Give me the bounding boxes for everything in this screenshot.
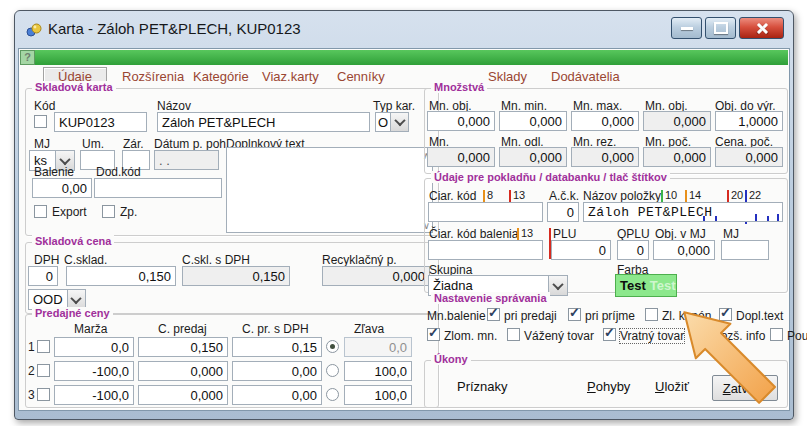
sdph-header: C. pr. s DPH (242, 322, 309, 336)
group-pokladna: Údaje pre pokladňu / databanku / tlač št… (424, 178, 788, 293)
balenie-input[interactable]: 0,00 (32, 178, 92, 198)
kod-checkbox[interactable] (34, 115, 47, 128)
csklad-input[interactable]: 0,150 (66, 266, 176, 286)
export-checkbox[interactable] (34, 205, 47, 218)
chevron-down-icon[interactable] (548, 276, 567, 295)
group-title: Údaje pre pokladňu / databanku / tlač št… (431, 171, 670, 183)
plu-label: PLU (553, 227, 576, 241)
ack-label: A.č.k. (549, 189, 579, 203)
marza-input[interactable]: -100,0 (54, 385, 134, 405)
objmj-label: Obj. v MJ (655, 227, 706, 241)
sdph-input[interactable]: 0,00 (232, 385, 322, 405)
zl-kupon-checkbox[interactable] (645, 308, 658, 321)
help-button[interactable]: ? (20, 50, 35, 65)
kod-label: Kód (34, 99, 55, 113)
balenia-mark-num: 13 (521, 227, 533, 239)
typ-label: Typ kar. (373, 99, 415, 113)
mj2-input[interactable] (721, 240, 769, 260)
vazeny-tovar-label: Vážený tovar (524, 329, 594, 343)
dph-input[interactable]: 0 (28, 266, 58, 286)
objmj-input[interactable]: 0,000 (653, 240, 715, 260)
cskl-sdph-field: 0,150 (182, 266, 290, 286)
titlebar: Karta - Záloh PET&PLECH, KUP0123 (15, 11, 793, 48)
group-title: Skladová karta (32, 81, 116, 93)
ack-input[interactable]: 0 (547, 202, 579, 222)
predaj-header: C. predaj (158, 322, 207, 336)
predaj-input[interactable]: 0,000 (138, 361, 228, 381)
chevron-down-icon[interactable] (391, 113, 408, 131)
qty-input[interactable]: 0,000 (571, 111, 639, 131)
group-title: Nastavenie správania (431, 292, 550, 304)
predaj-input[interactable]: 0,000 (138, 385, 228, 405)
plu-input[interactable]: 0 (551, 240, 611, 260)
datum-label: Dátum p. poh. (154, 137, 229, 151)
typ-input[interactable]: O (375, 112, 391, 132)
tab-bar: Údaje Rozšírenia Kategórie Viaz.karty Ce… (19, 67, 789, 87)
price-row-checkbox[interactable] (37, 388, 50, 401)
typ-dropdown[interactable] (390, 112, 409, 132)
zp-checkbox[interactable] (102, 205, 115, 218)
zlom-mn-checkbox[interactable] (427, 328, 440, 341)
minimize-button[interactable] (671, 17, 702, 39)
tab-viazkarty[interactable]: Viaz.karty (262, 69, 319, 84)
um-label: Um. (82, 137, 104, 151)
qty-input[interactable]: 0,000 (427, 111, 495, 131)
vratny-tovar-checkbox[interactable] (603, 328, 616, 341)
qty-field: 0,000 (643, 111, 711, 131)
vazeny-tovar-checkbox[interactable] (507, 328, 520, 341)
dph-label: DPH (34, 253, 59, 267)
marza-input[interactable]: 0,0 (54, 337, 134, 357)
tab-kategorie[interactable]: Kategórie (193, 69, 249, 84)
qty-field: 0,000 (715, 147, 783, 167)
close-icon (755, 23, 768, 34)
tab-rozsirenia[interactable]: Rozšírenia (122, 69, 184, 84)
cskl-sdph-label: C.skl. s DPH (182, 253, 250, 267)
tab-dodavatelia[interactable]: Dodávatelia (551, 69, 620, 84)
marza-input[interactable]: -100,0 (54, 361, 134, 381)
tab-cenniky[interactable]: Cenníky (337, 69, 385, 84)
qty-input[interactable]: 0,000 (499, 111, 567, 131)
farba-swatch[interactable]: TestTest (615, 274, 677, 297)
qplu-input[interactable]: 0 (617, 240, 649, 260)
price-row-radio[interactable] (326, 340, 339, 353)
group-skladova-cena: Skladová cena DPH C.sklad. C.skl. s DPH … (25, 242, 439, 314)
sdph-input[interactable]: 0,00 (232, 361, 322, 381)
price-row-checkbox[interactable] (37, 364, 50, 377)
name-mark-num: 22 (749, 189, 761, 201)
nazov-input[interactable]: Záloh PET&PLECH (157, 112, 370, 132)
close-button[interactable] (739, 17, 784, 39)
pri-predaji-checkbox[interactable] (487, 308, 500, 321)
price-row-radio[interactable] (326, 364, 339, 377)
name-mark-num: 10 (665, 189, 677, 201)
price-row-checkbox[interactable] (37, 340, 50, 353)
dodkod-input[interactable] (94, 178, 222, 198)
balenia-input[interactable] (428, 240, 543, 260)
nazov-polozky-input[interactable]: Záloh PET&PLECH (583, 202, 783, 222)
pri-prijme-checkbox[interactable] (568, 308, 581, 321)
dopln-textarea[interactable] (226, 147, 433, 233)
poukaz-label: Poukaz (787, 329, 807, 343)
tab-sklady[interactable]: Sklady (488, 69, 527, 84)
maximize-button[interactable] (705, 17, 736, 39)
predaj-input[interactable]: 0,150 (138, 337, 228, 357)
zlava-input[interactable]: 100,0 (344, 361, 412, 381)
price-row-radio[interactable] (326, 388, 339, 401)
export-label: Export (52, 205, 87, 219)
help-bar (20, 50, 788, 65)
row-index: 1 (28, 340, 35, 354)
group-predajne-ceny: Predajné ceny Marža C. predaj C. pr. s D… (25, 314, 439, 408)
name-ruler-tick (767, 216, 769, 221)
zlava-input[interactable]: 100,0 (344, 385, 412, 405)
name-ruler-tick (703, 216, 705, 221)
ciarkod-input[interactable] (428, 202, 543, 222)
zlava-input[interactable]: 0,0 (344, 337, 412, 357)
balenie-label: Balenie (34, 165, 74, 179)
priznaky-button[interactable]: Príznaky (457, 379, 508, 394)
name-mark-num: 14 (689, 189, 701, 201)
kod-input[interactable]: KUP0123 (54, 112, 147, 132)
qty-field: 0,000 (427, 147, 495, 167)
pohyby-button[interactable]: Pohyby (587, 379, 630, 394)
datum-input[interactable]: . . (154, 150, 219, 170)
sdph-input[interactable]: 0,15 (232, 337, 322, 357)
qty-input[interactable]: 1,0000 (715, 111, 783, 131)
